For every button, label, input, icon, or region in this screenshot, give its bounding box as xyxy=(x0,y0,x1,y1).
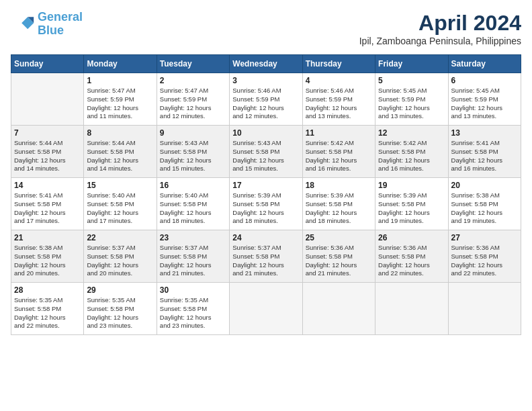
calendar-cell: 22Sunrise: 5:37 AMSunset: 5:58 PMDayligh… xyxy=(84,230,157,283)
day-number: 19 xyxy=(378,181,445,190)
calendar-cell: 17Sunrise: 5:39 AMSunset: 5:58 PMDayligh… xyxy=(230,178,302,230)
calendar-cell: 5Sunrise: 5:45 AMSunset: 5:59 PMDaylight… xyxy=(375,73,448,126)
day-info: Sunrise: 5:43 AMSunset: 5:58 PMDaylight:… xyxy=(232,139,299,173)
calendar-cell: 10Sunrise: 5:43 AMSunset: 5:58 PMDayligh… xyxy=(230,126,302,178)
day-number: 11 xyxy=(306,128,372,138)
day-info: Sunrise: 5:41 AMSunset: 5:58 PMDaylight:… xyxy=(14,191,81,226)
day-number: 18 xyxy=(306,181,372,190)
day-info: Sunrise: 5:42 AMSunset: 5:58 PMDaylight:… xyxy=(378,139,445,173)
day-number: 17 xyxy=(232,181,299,190)
day-info: Sunrise: 5:46 AMSunset: 5:59 PMDaylight:… xyxy=(232,87,299,121)
day-number: 13 xyxy=(451,128,518,138)
day-number: 10 xyxy=(232,128,299,138)
calendar-cell: 16Sunrise: 5:40 AMSunset: 5:58 PMDayligh… xyxy=(157,178,229,230)
day-info: Sunrise: 5:38 AMSunset: 5:58 PMDaylight:… xyxy=(451,191,518,226)
day-info: Sunrise: 5:45 AMSunset: 5:59 PMDaylight:… xyxy=(378,87,445,121)
day-info: Sunrise: 5:35 AMSunset: 5:58 PMDaylight:… xyxy=(160,296,226,330)
day-info: Sunrise: 5:44 AMSunset: 5:58 PMDaylight:… xyxy=(87,139,153,173)
day-number: 26 xyxy=(378,233,445,242)
logo-text: General Blue xyxy=(38,11,83,38)
calendar-week-row: 21Sunrise: 5:38 AMSunset: 5:58 PMDayligh… xyxy=(11,230,521,283)
day-info: Sunrise: 5:43 AMSunset: 5:58 PMDaylight:… xyxy=(160,139,226,173)
day-number: 14 xyxy=(14,181,81,190)
day-info: Sunrise: 5:44 AMSunset: 5:58 PMDaylight:… xyxy=(14,139,81,173)
day-number: 25 xyxy=(306,233,372,242)
weekday-header-saturday: Saturday xyxy=(448,55,521,73)
calendar-cell: 28Sunrise: 5:35 AMSunset: 5:58 PMDayligh… xyxy=(11,283,84,335)
calendar-cell: 19Sunrise: 5:39 AMSunset: 5:58 PMDayligh… xyxy=(375,178,448,230)
day-info: Sunrise: 5:41 AMSunset: 5:58 PMDaylight:… xyxy=(451,139,518,173)
day-info: Sunrise: 5:36 AMSunset: 5:58 PMDaylight:… xyxy=(451,244,518,278)
calendar-cell: 30Sunrise: 5:35 AMSunset: 5:58 PMDayligh… xyxy=(157,283,229,335)
day-number: 3 xyxy=(232,76,299,85)
day-number: 15 xyxy=(87,181,153,190)
calendar-cell: 24Sunrise: 5:37 AMSunset: 5:58 PMDayligh… xyxy=(230,230,302,283)
title-block: April 2024 Ipil, Zamboanga Peninsula, Ph… xyxy=(359,11,521,46)
calendar-cell: 18Sunrise: 5:39 AMSunset: 5:58 PMDayligh… xyxy=(302,178,375,230)
day-number: 27 xyxy=(451,233,518,242)
day-info: Sunrise: 5:47 AMSunset: 5:59 PMDaylight:… xyxy=(160,87,226,121)
day-info: Sunrise: 5:36 AMSunset: 5:58 PMDaylight:… xyxy=(378,244,445,278)
weekday-header-sunday: Sunday xyxy=(11,55,84,73)
logo-icon xyxy=(11,12,35,36)
calendar-table: SundayMondayTuesdayWednesdayThursdayFrid… xyxy=(11,54,521,335)
day-number: 16 xyxy=(160,181,226,190)
calendar-week-row: 28Sunrise: 5:35 AMSunset: 5:58 PMDayligh… xyxy=(11,283,521,335)
day-number: 22 xyxy=(87,233,153,242)
calendar-cell: 23Sunrise: 5:37 AMSunset: 5:58 PMDayligh… xyxy=(157,230,229,283)
day-number: 7 xyxy=(14,128,81,138)
day-number: 6 xyxy=(451,76,518,85)
day-number: 29 xyxy=(87,285,153,295)
calendar-cell: 9Sunrise: 5:43 AMSunset: 5:58 PMDaylight… xyxy=(157,126,229,178)
calendar-cell: 12Sunrise: 5:42 AMSunset: 5:58 PMDayligh… xyxy=(375,126,448,178)
calendar-cell xyxy=(11,73,84,126)
weekday-header-monday: Monday xyxy=(84,55,157,73)
logo: General Blue xyxy=(11,11,83,38)
day-number: 28 xyxy=(14,285,81,295)
day-info: Sunrise: 5:39 AMSunset: 5:58 PMDaylight:… xyxy=(232,191,299,226)
calendar-cell: 29Sunrise: 5:35 AMSunset: 5:58 PMDayligh… xyxy=(84,283,157,335)
calendar-cell: 25Sunrise: 5:36 AMSunset: 5:58 PMDayligh… xyxy=(302,230,375,283)
calendar-cell: 26Sunrise: 5:36 AMSunset: 5:58 PMDayligh… xyxy=(375,230,448,283)
day-info: Sunrise: 5:40 AMSunset: 5:58 PMDaylight:… xyxy=(160,191,226,226)
day-info: Sunrise: 5:35 AMSunset: 5:58 PMDaylight:… xyxy=(87,296,153,330)
calendar-cell: 7Sunrise: 5:44 AMSunset: 5:58 PMDaylight… xyxy=(11,126,84,178)
day-number: 2 xyxy=(160,76,226,85)
day-info: Sunrise: 5:39 AMSunset: 5:58 PMDaylight:… xyxy=(378,191,445,226)
month-title: April 2024 xyxy=(359,11,521,36)
day-number: 1 xyxy=(87,76,153,85)
day-number: 23 xyxy=(160,233,226,242)
calendar-week-row: 7Sunrise: 5:44 AMSunset: 5:58 PMDaylight… xyxy=(11,126,521,178)
day-info: Sunrise: 5:37 AMSunset: 5:58 PMDaylight:… xyxy=(87,244,153,278)
calendar-cell: 15Sunrise: 5:40 AMSunset: 5:58 PMDayligh… xyxy=(84,178,157,230)
calendar-cell xyxy=(302,283,375,335)
day-info: Sunrise: 5:37 AMSunset: 5:58 PMDaylight:… xyxy=(160,244,226,278)
calendar-cell: 3Sunrise: 5:46 AMSunset: 5:59 PMDaylight… xyxy=(230,73,302,126)
day-info: Sunrise: 5:45 AMSunset: 5:59 PMDaylight:… xyxy=(451,87,518,121)
calendar-cell: 1Sunrise: 5:47 AMSunset: 5:59 PMDaylight… xyxy=(84,73,157,126)
day-number: 30 xyxy=(160,285,226,295)
day-info: Sunrise: 5:35 AMSunset: 5:58 PMDaylight:… xyxy=(14,296,81,330)
day-number: 5 xyxy=(378,76,445,85)
weekday-header-wednesday: Wednesday xyxy=(230,55,302,73)
day-number: 4 xyxy=(306,76,372,85)
day-info: Sunrise: 5:42 AMSunset: 5:58 PMDaylight:… xyxy=(306,139,372,173)
day-number: 21 xyxy=(14,233,81,242)
day-info: Sunrise: 5:37 AMSunset: 5:58 PMDaylight:… xyxy=(232,244,299,278)
page-header: General Blue April 2024 Ipil, Zamboanga … xyxy=(11,11,521,46)
calendar-cell: 14Sunrise: 5:41 AMSunset: 5:58 PMDayligh… xyxy=(11,178,84,230)
calendar-cell: 11Sunrise: 5:42 AMSunset: 5:58 PMDayligh… xyxy=(302,126,375,178)
calendar-cell xyxy=(375,283,448,335)
weekday-header-tuesday: Tuesday xyxy=(157,55,229,73)
calendar-cell: 20Sunrise: 5:38 AMSunset: 5:58 PMDayligh… xyxy=(448,178,521,230)
day-info: Sunrise: 5:40 AMSunset: 5:58 PMDaylight:… xyxy=(87,191,153,226)
day-info: Sunrise: 5:36 AMSunset: 5:58 PMDaylight:… xyxy=(306,244,372,278)
day-number: 20 xyxy=(451,181,518,190)
day-info: Sunrise: 5:47 AMSunset: 5:59 PMDaylight:… xyxy=(87,87,153,121)
calendar-cell: 27Sunrise: 5:36 AMSunset: 5:58 PMDayligh… xyxy=(448,230,521,283)
calendar-week-row: 1Sunrise: 5:47 AMSunset: 5:59 PMDaylight… xyxy=(11,73,521,126)
weekday-header-friday: Friday xyxy=(375,55,448,73)
day-info: Sunrise: 5:39 AMSunset: 5:58 PMDaylight:… xyxy=(306,191,372,226)
calendar-cell: 2Sunrise: 5:47 AMSunset: 5:59 PMDaylight… xyxy=(157,73,229,126)
day-info: Sunrise: 5:46 AMSunset: 5:59 PMDaylight:… xyxy=(306,87,372,121)
